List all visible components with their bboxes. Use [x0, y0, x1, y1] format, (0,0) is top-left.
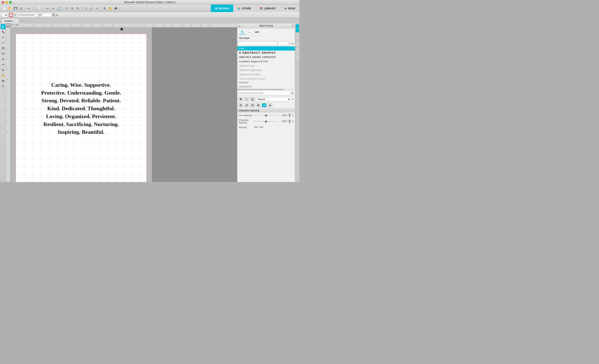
stroke-color-box[interactable] [9, 13, 13, 17]
send-tab[interactable]: ➤ SEND [280, 5, 300, 12]
preview-clear-button[interactable]: ⊗ [291, 91, 294, 95]
move-down-button[interactable]: ⬇ [102, 6, 107, 11]
char-spacing-thumb[interactable] [265, 120, 267, 122]
line-tool[interactable] [1, 40, 6, 45]
right-sidebar-btn-5[interactable] [296, 54, 299, 61]
italic-button[interactable]: I [244, 97, 249, 101]
maximize-button[interactable] [9, 1, 12, 4]
new-tab-button[interactable]: + [20, 18, 24, 23]
line-spacing-slider[interactable] [253, 114, 279, 117]
font-item-agants[interactable]: AGANTS [237, 85, 295, 89]
new-button[interactable]: 📄 [2, 6, 7, 11]
font-item-abstract-groovy[interactable]: A ABSTRACT GROOVY [237, 51, 295, 55]
stroke-width-spinner[interactable]: ▲ ▼ [53, 13, 55, 17]
stroke-width-input[interactable]: 0.00 [42, 13, 51, 17]
text-style-icon-tab[interactable]: A [239, 29, 245, 35]
font-item-abovea[interactable]: ABOVEA DEMO VERSION [237, 55, 295, 59]
text-color-indicator[interactable]: A [262, 103, 266, 107]
align-justify-button[interactable] [256, 103, 261, 107]
right-sidebar-btn-2[interactable] [296, 33, 299, 40]
font-item-addicion-script-slant[interactable]: Addicion Script Slant [237, 72, 295, 77]
char-spacing-slider[interactable] [253, 120, 279, 123]
select-tool[interactable] [1, 24, 6, 29]
char-spacing-spinner[interactable]: ▲ ▼ [289, 120, 291, 123]
document-tab[interactable]: Untitled-1 ✕ [2, 18, 19, 23]
underline-button[interactable]: U [250, 97, 255, 101]
font-name-input[interactable]: Arial [238, 41, 277, 45]
char-spacing-up[interactable]: ▲ [289, 120, 291, 121]
font-item-addicion-script-slant-rough[interactable]: Addicion Script Slant Rough [237, 77, 295, 80]
rectangle-tool[interactable] [1, 46, 6, 51]
close-button[interactable] [2, 1, 4, 4]
sync-button[interactable]: 🔄 [56, 6, 61, 11]
font-item-artwork[interactable]: Artwork [237, 80, 295, 85]
line-style-arrow[interactable]: ▼ [39, 14, 41, 16]
panel-close-button[interactable]: ✕ [292, 24, 294, 27]
save-button[interactable]: 💾 [13, 6, 18, 11]
style-icon-tab[interactable]: 𝂢 [247, 29, 253, 35]
font-item-addicion-script[interactable]: Addicion Script [237, 64, 295, 68]
pencil-tool[interactable]: ✏ [1, 35, 6, 40]
ellipse-tool[interactable] [1, 51, 6, 56]
right-sidebar-btn-4[interactable] [296, 47, 299, 54]
align-left-button[interactable] [238, 103, 243, 107]
font-style-select[interactable]: Default [256, 97, 291, 101]
canvas-area[interactable]: 11.626, 7.255 -1 -1 -1 0 1 2 3 4 5 6 7 8… [6, 23, 237, 182]
copy-button[interactable]: 📋 [32, 6, 37, 11]
char-spacing-down[interactable]: ▼ [289, 122, 291, 123]
zoom-out-button[interactable]: 🔎 [88, 6, 94, 11]
font-style-dropdown-arrow[interactable]: ▼ [292, 98, 294, 100]
tool-select[interactable]: ↖ [2, 13, 8, 17]
eyedropper-tool[interactable]: 💉 [1, 89, 6, 94]
zoom-fit-button[interactable]: ⊕ [94, 6, 99, 11]
redo-button[interactable]: ↪ [51, 6, 56, 11]
font-size-input[interactable]: 72.00 [278, 41, 289, 45]
line-spacing-down[interactable]: ▼ [289, 115, 291, 117]
design-tab[interactable]: ⊞ DESIGN [211, 5, 233, 12]
align-right-button[interactable] [250, 103, 255, 107]
line-spacing-spinner[interactable]: ▲ ▼ [289, 113, 291, 117]
open-button[interactable]: 📂 [7, 6, 12, 11]
right-sidebar-btn-1[interactable]: A [296, 24, 299, 32]
undo-button[interactable]: ↩ [45, 6, 50, 11]
print-button[interactable]: 🖨 [18, 6, 24, 11]
page-content[interactable]: Caring. Wise. Supportive. Protective. Un… [16, 34, 146, 182]
paste-button[interactable]: 📑 [37, 6, 43, 11]
settings-button[interactable]: ⊙ [75, 6, 80, 11]
freehand-tool[interactable] [1, 62, 6, 67]
line-spacing-thumb[interactable] [265, 114, 267, 116]
text-tool[interactable]: A [1, 67, 6, 72]
zoom-in-button[interactable]: 🔍 [83, 6, 88, 11]
tab-close-button[interactable]: ✕ [15, 20, 17, 22]
font-item-academy-engraved[interactable]: Academy Engraved LET [237, 59, 295, 64]
star-tool[interactable]: ★ [1, 57, 6, 62]
right-sidebar-btn-3[interactable] [296, 40, 299, 47]
library-tab[interactable]: 📚 LIBRARY [255, 5, 280, 12]
eraser-tool[interactable] [1, 78, 6, 83]
font-preview-input[interactable] [238, 91, 290, 95]
line-spacing-up[interactable]: ▲ [289, 113, 291, 115]
text-on-path-button[interactable]: ➤ [268, 103, 272, 107]
stroke-color-arrow[interactable]: ▼ [14, 14, 16, 16]
pan-button[interactable]: ✋ [107, 6, 113, 11]
node-tool[interactable] [1, 29, 6, 35]
select-button[interactable]: ◻ [64, 6, 69, 11]
font-item-arial[interactable]: Arial [237, 46, 295, 51]
delete-button[interactable]: ✕ [70, 6, 75, 11]
text-content[interactable]: Caring. Wise. Supportive. Protective. Un… [37, 77, 125, 140]
cut-button[interactable]: ✂ [26, 6, 31, 11]
line-style-selector[interactable] [17, 13, 38, 17]
paint-tool[interactable] [1, 84, 6, 89]
panel-collapse-button[interactable]: ▲ [238, 25, 241, 27]
bold-button[interactable]: B [238, 97, 243, 101]
store-tab[interactable]: 🏪 STORE [233, 5, 255, 12]
font-item-addicion-script-rough[interactable]: Addicion Script Rough [237, 68, 295, 72]
knife-tool[interactable]: ✍ [1, 73, 6, 78]
font-list-scrollbar-thumb[interactable] [237, 89, 283, 90]
abc-icon-tab[interactable]: abc [254, 29, 260, 35]
font-list[interactable]: Arial A ABSTRACT GROOVY ABOVEA DEMO VERS… [237, 46, 295, 89]
align-center-button[interactable] [244, 103, 249, 107]
font-size-dropdown-arrow[interactable]: ▼ [289, 42, 291, 44]
minimize-button[interactable] [5, 1, 8, 4]
add-button[interactable]: ➕ [113, 6, 118, 11]
